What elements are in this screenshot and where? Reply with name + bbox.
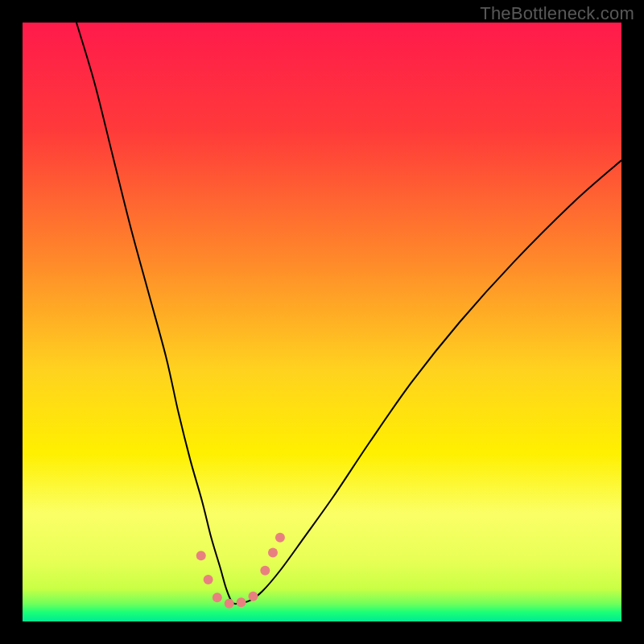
marker-dot — [268, 547, 278, 557]
marker-dot — [225, 599, 234, 609]
marker-dot — [275, 533, 285, 543]
marker-dot — [237, 597, 246, 607]
plot-area — [23, 23, 621, 621]
chart-frame: TheBottleneck.com — [0, 0, 644, 644]
marker-dot — [204, 575, 213, 584]
gradient-background — [23, 23, 621, 621]
chart-svg — [23, 23, 621, 621]
watermark-text: TheBottleneck.com — [480, 3, 634, 24]
marker-dot — [196, 551, 206, 560]
marker-dot — [260, 566, 270, 576]
marker-dot — [248, 592, 258, 601]
marker-dot — [213, 592, 222, 602]
